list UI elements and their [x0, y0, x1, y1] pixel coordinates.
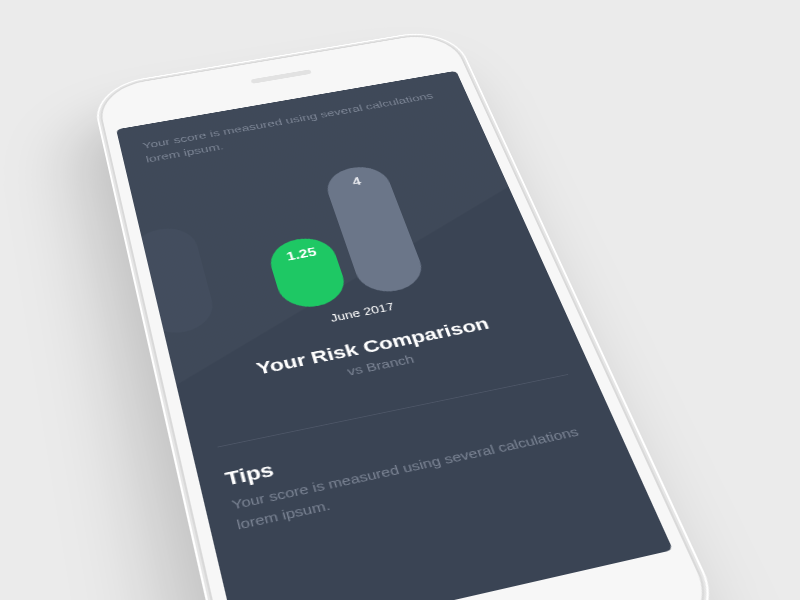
chart-value-you: 1.25 [268, 243, 336, 267]
chart-bar-you-current: 1.25 [265, 233, 351, 312]
phone-device-frame: Your score is measured using several cal… [90, 26, 731, 600]
chart-bar-branch-previous [127, 223, 218, 338]
chart-group-current[interactable]: 1.25 4 [247, 162, 429, 312]
chart-group-previous [116, 223, 218, 354]
phone-screen: Your score is measured using several cal… [116, 71, 673, 600]
chart-bar-you-previous [116, 278, 137, 355]
chart-value-branch: 4 [324, 171, 389, 193]
